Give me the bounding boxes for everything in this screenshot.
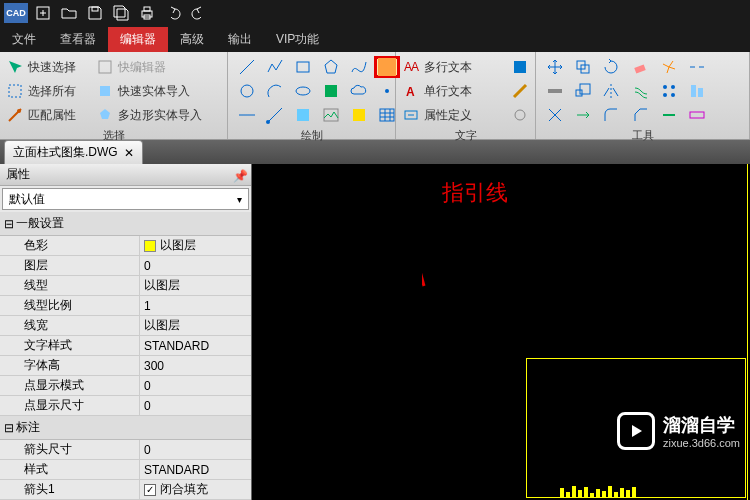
explode-icon[interactable] (656, 56, 682, 78)
hatch-icon[interactable] (318, 80, 344, 102)
image-icon[interactable] (318, 104, 344, 126)
drawing-canvas[interactable]: 指引线 溜溜自学 zixue.3d66.com (252, 164, 750, 500)
svg-rect-1 (92, 7, 98, 11)
checkbox-icon[interactable]: ✓ (144, 484, 156, 496)
section-dimension[interactable]: ⊟标注 (0, 416, 251, 440)
quick-select-icon[interactable] (6, 58, 24, 76)
panel-header: 属性 📌 (0, 164, 251, 186)
ray-icon[interactable] (262, 104, 288, 126)
title-bar: CAD (0, 0, 750, 26)
menu-editor[interactable]: 编辑器 (108, 27, 168, 52)
print-icon[interactable] (136, 2, 158, 24)
prop-row: 线宽以图层 (0, 316, 251, 336)
attdef-icon[interactable] (402, 106, 420, 124)
mtext-tool-icon[interactable] (511, 58, 529, 76)
attdef-label[interactable]: 属性定义 (424, 107, 472, 124)
xline-icon[interactable] (234, 104, 260, 126)
selection-combo[interactable]: 默认值 ▾ (2, 188, 249, 210)
poly-import-label[interactable]: 多边形实体导入 (118, 107, 202, 124)
menu-vip[interactable]: VIP功能 (264, 27, 331, 52)
quick-select-label[interactable]: 快速选择 (28, 59, 76, 76)
menu-advanced[interactable]: 高级 (168, 27, 216, 52)
quick-edit-label: 快编辑器 (118, 59, 166, 76)
menu-file[interactable]: 文件 (0, 27, 48, 52)
doc-tab[interactable]: 立面柱式图集.DWG ✕ (4, 140, 143, 164)
join-icon[interactable] (656, 104, 682, 126)
mirror-icon[interactable] (598, 80, 624, 102)
attdef-tool-icon[interactable] (511, 106, 529, 124)
arc-icon[interactable] (262, 80, 288, 102)
mtext-label[interactable]: 多行文本 (424, 59, 472, 76)
trim-icon[interactable] (542, 104, 568, 126)
quick-edit-icon (96, 58, 114, 76)
chevron-down-icon: ▾ (237, 194, 242, 205)
solid-import-icon[interactable] (96, 82, 114, 100)
cloud-icon[interactable] (346, 80, 372, 102)
select-all-label[interactable]: 选择所有 (28, 83, 76, 100)
open-folder-icon[interactable] (58, 2, 80, 24)
move-icon[interactable] (542, 56, 568, 78)
svg-rect-26 (548, 89, 562, 93)
text-style-icon[interactable] (511, 82, 529, 100)
prop-row: 文字样式STANDARD (0, 336, 251, 356)
spline-icon[interactable] (346, 56, 372, 78)
menu-output[interactable]: 输出 (216, 27, 264, 52)
pin-icon[interactable]: 📌 (233, 169, 245, 181)
match-prop-label[interactable]: 匹配属性 (28, 107, 76, 124)
svg-point-33 (671, 93, 675, 97)
scale-icon[interactable] (570, 80, 596, 102)
poly-import-icon[interactable] (96, 106, 114, 124)
svg-rect-34 (691, 85, 696, 97)
circle-icon[interactable] (234, 80, 260, 102)
chamfer-icon[interactable] (628, 104, 654, 126)
align-icon[interactable] (684, 80, 710, 102)
watermark: 溜溜自学 zixue.3d66.com (617, 412, 740, 450)
line-icon[interactable] (234, 56, 260, 78)
menu-bar: 文件 查看器 编辑器 高级 输出 VIP功能 (0, 26, 750, 52)
undo-icon[interactable] (162, 2, 184, 24)
erase-icon[interactable] (628, 56, 654, 78)
select-all-icon[interactable] (6, 82, 24, 100)
menu-viewer[interactable]: 查看器 (48, 27, 108, 52)
array-icon[interactable] (656, 80, 682, 102)
polyline-icon[interactable] (262, 56, 288, 78)
offset-icon[interactable] (628, 80, 654, 102)
svg-point-23 (515, 110, 525, 120)
save-icon[interactable] (84, 2, 106, 24)
text-icon[interactable]: A (402, 82, 420, 100)
stretch-icon[interactable] (684, 104, 710, 126)
solid-import-label[interactable]: 快速实体导入 (118, 83, 190, 100)
region-icon[interactable] (290, 104, 316, 126)
section-general[interactable]: ⊟一般设置 (0, 212, 251, 236)
mtext-icon[interactable]: AA (402, 58, 420, 76)
svg-rect-8 (297, 62, 309, 72)
extend-icon[interactable] (570, 104, 596, 126)
close-icon[interactable]: ✕ (124, 146, 134, 160)
svg-point-31 (671, 85, 675, 89)
text-label[interactable]: 单行文本 (424, 83, 472, 100)
doc-tab-bar: 立面柱式图集.DWG ✕ (0, 140, 750, 164)
new-file-icon[interactable] (32, 2, 54, 24)
polygon-icon[interactable] (318, 56, 344, 78)
match-prop-icon[interactable] (6, 106, 24, 124)
rect-icon[interactable] (290, 56, 316, 78)
svg-rect-11 (325, 85, 337, 97)
block-icon[interactable] (346, 104, 372, 126)
ins-measure-icon[interactable] (542, 80, 568, 102)
save-all-icon[interactable] (110, 2, 132, 24)
svg-point-13 (266, 120, 270, 124)
copy-icon[interactable] (570, 56, 596, 78)
fillet-icon[interactable] (598, 104, 624, 126)
redo-icon[interactable] (188, 2, 210, 24)
svg-text:A: A (406, 85, 415, 99)
prop-row: 线型以图层 (0, 276, 251, 296)
svg-rect-14 (297, 109, 309, 121)
prop-row: 箭头1✓闭合填充 (0, 480, 251, 500)
svg-line-37 (422, 176, 424, 286)
svg-rect-5 (99, 61, 111, 73)
ellipse-icon[interactable] (290, 80, 316, 102)
rotate-icon[interactable] (598, 56, 624, 78)
svg-rect-3 (144, 7, 150, 11)
prop-row: 色彩以图层 (0, 236, 251, 256)
break-icon[interactable] (684, 56, 710, 78)
